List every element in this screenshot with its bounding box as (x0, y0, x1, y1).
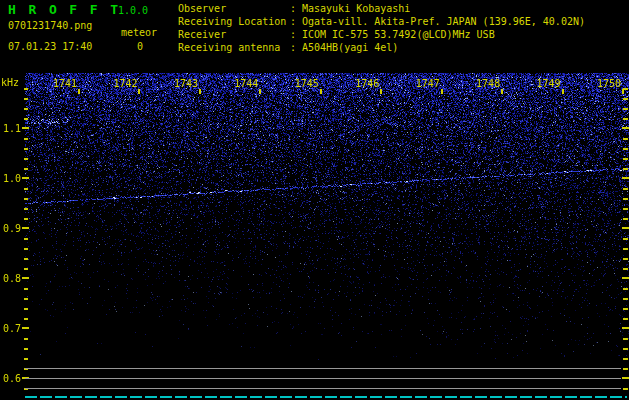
freq-minor-tick-left (24, 148, 28, 150)
freq-minor-tick-left (24, 88, 28, 90)
freq-minor-tick-left (24, 318, 28, 320)
freq-minor-tick-left (24, 348, 28, 350)
time-tick-label: 1750 (597, 78, 621, 89)
time-tick (199, 89, 201, 94)
freq-minor-tick-right (623, 148, 628, 150)
reference-line (25, 378, 621, 379)
khz-axis-label: kHz (1, 77, 19, 88)
freq-minor-tick-left (24, 248, 28, 250)
time-tick (441, 89, 443, 94)
freq-minor-tick-right (623, 118, 628, 120)
freq-minor-tick-right (623, 388, 628, 390)
freq-minor-tick-right (623, 368, 628, 370)
freq-minor-tick-right (623, 318, 628, 320)
freq-minor-tick-left (24, 168, 28, 170)
freq-minor-tick-left (24, 308, 28, 310)
time-tick (78, 89, 80, 94)
time-tick (380, 89, 382, 94)
time-tick (320, 89, 322, 94)
baseline-dashed-line (25, 396, 627, 398)
time-tick (562, 89, 564, 94)
freq-minor-tick-left (24, 268, 28, 270)
freq-major-tick-left (22, 127, 29, 129)
spectrogram-canvas (0, 0, 629, 400)
freq-minor-tick-right (623, 238, 628, 240)
freq-tick-label: 0.9 (0, 223, 21, 234)
time-tick-label: 1743 (174, 78, 198, 89)
time-tick-label: 1749 (537, 78, 561, 89)
freq-minor-tick-right (623, 108, 628, 110)
freq-minor-tick-left (24, 98, 28, 100)
freq-minor-tick-right (623, 168, 628, 170)
freq-minor-tick-left (24, 298, 28, 300)
freq-minor-tick-right (623, 268, 628, 270)
freq-major-tick-right (622, 327, 629, 329)
time-tick-label: 1742 (113, 78, 137, 89)
time-tick-label: 1744 (234, 78, 258, 89)
time-tick (501, 89, 503, 94)
freq-minor-tick-left (24, 258, 28, 260)
freq-minor-tick-left (24, 288, 28, 290)
freq-minor-tick-right (623, 358, 628, 360)
time-tick (138, 89, 140, 94)
freq-minor-tick-left (24, 158, 28, 160)
freq-minor-tick-right (623, 188, 628, 190)
freq-tick-label: 1.1 (0, 123, 21, 134)
freq-major-tick-left (22, 327, 29, 329)
freq-minor-tick-left (24, 198, 28, 200)
time-tick (259, 89, 261, 94)
freq-minor-tick-right (623, 348, 628, 350)
freq-minor-tick-left (24, 118, 28, 120)
freq-minor-tick-left (24, 208, 28, 210)
freq-minor-tick-left (24, 238, 28, 240)
time-tick-label: 1748 (476, 78, 500, 89)
reference-line (25, 368, 621, 369)
freq-minor-tick-right (623, 258, 628, 260)
freq-minor-tick-left (24, 138, 28, 140)
freq-major-tick-right (622, 227, 629, 229)
freq-major-tick-left (22, 177, 29, 179)
freq-tick-label: 0.6 (0, 373, 21, 384)
freq-tick-label: 1.0 (0, 173, 21, 184)
freq-minor-tick-left (24, 108, 28, 110)
freq-major-tick-left (22, 277, 29, 279)
spectrogram: kHz 1.11.00.90.80.70.6174117421743174417… (0, 0, 629, 400)
reference-line (25, 388, 621, 389)
freq-major-tick-right (622, 177, 629, 179)
freq-minor-tick-right (623, 158, 628, 160)
freq-minor-tick-right (623, 248, 628, 250)
hrofft-screen: H R O F F T 1.0.0 0701231740.png meteor … (0, 0, 629, 400)
freq-minor-tick-right (623, 298, 628, 300)
freq-tick-label: 0.7 (0, 323, 21, 334)
freq-major-tick-right (622, 377, 629, 379)
time-tick-label: 1741 (53, 78, 77, 89)
freq-major-tick-right (622, 277, 629, 279)
freq-minor-tick-left (24, 358, 28, 360)
freq-major-tick-left (22, 227, 29, 229)
freq-minor-tick-right (623, 98, 628, 100)
freq-minor-tick-right (623, 288, 628, 290)
freq-minor-tick-left (24, 218, 28, 220)
freq-minor-tick-right (623, 198, 628, 200)
freq-minor-tick-right (623, 208, 628, 210)
time-tick (622, 89, 624, 94)
time-tick-label: 1746 (355, 78, 379, 89)
freq-minor-tick-left (24, 188, 28, 190)
freq-minor-tick-right (623, 308, 628, 310)
freq-major-tick-right (622, 127, 629, 129)
freq-minor-tick-right (623, 338, 628, 340)
time-tick-label: 1747 (416, 78, 440, 89)
time-tick-label: 1745 (295, 78, 319, 89)
freq-tick-label: 0.8 (0, 273, 21, 284)
freq-minor-tick-left (24, 338, 28, 340)
freq-minor-tick-right (623, 218, 628, 220)
freq-minor-tick-right (623, 138, 628, 140)
